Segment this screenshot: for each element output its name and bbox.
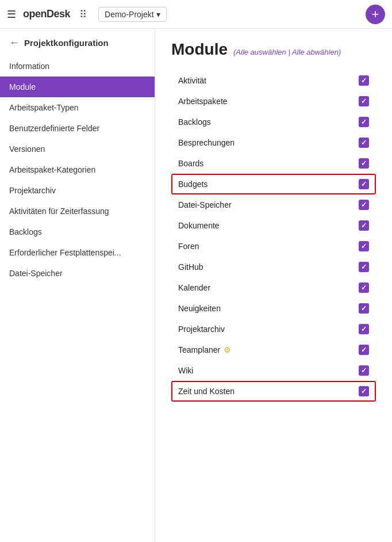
sidebar-item-datei-speicher[interactable]: Datei-Speicher xyxy=(0,263,155,284)
module-label-backlogs: Backlogs xyxy=(178,117,211,127)
module-row-kalender: Kalender xyxy=(171,277,376,298)
sidebar-back-label: Projektkonfiguration xyxy=(24,38,109,48)
page-title: Module xyxy=(171,40,228,59)
module-checkbox-zeit-und-kosten[interactable] xyxy=(359,386,369,396)
module-row-boards: Boards xyxy=(171,153,376,174)
module-row-datei-speicher: Datei-Speicher xyxy=(171,194,376,215)
dropdown-icon: ▾ xyxy=(156,10,160,19)
module-label-dokumente: Dokumente xyxy=(178,221,220,230)
module-row-dokumente: Dokumente xyxy=(171,215,376,236)
module-checkbox-datei-speicher[interactable] xyxy=(359,200,369,210)
module-checkbox-kalender[interactable] xyxy=(359,283,369,293)
select-all-link[interactable]: Alle auswählen xyxy=(236,48,286,56)
module-checkbox-projektarchiv[interactable] xyxy=(359,324,369,334)
module-label-foren: Foren xyxy=(178,242,199,251)
sidebar-item-aktivitaeten[interactable]: Aktivitäten für Zeiterfassung xyxy=(0,201,155,222)
deselect-all-link[interactable]: Alle abwählen xyxy=(292,48,339,56)
module-row-wiki: Wiki xyxy=(171,360,376,381)
header: ☰ openDesk ⠿ Demo-Projekt ▾ + xyxy=(0,0,392,29)
module-row-projektarchiv: Projektarchiv xyxy=(171,319,376,339)
sidebar-item-festplattenspeicher[interactable]: Erforderlicher Festplattenspei... xyxy=(0,242,155,263)
sidebar-back[interactable]: ← Projektkonfiguration xyxy=(0,29,155,56)
module-row-neuigkeiten: Neuigkeiten xyxy=(171,298,376,319)
module-checkbox-foren[interactable] xyxy=(359,241,369,251)
module-label-neuigkeiten: Neuigkeiten xyxy=(178,304,221,313)
module-row-arbeitspakete: Arbeitspakete xyxy=(171,91,376,112)
module-label-datei-speicher: Datei-Speicher xyxy=(178,200,232,209)
module-row-aktivitaet: Aktivität xyxy=(171,70,376,91)
module-label-zeit-und-kosten: Zeit und Kosten xyxy=(178,387,235,396)
module-list: AktivitätArbeitspaketeBacklogsBesprechun… xyxy=(171,70,376,402)
module-checkbox-boards[interactable] xyxy=(359,158,369,169)
content-area: Module (Alle auswählen | Alle abwählen) … xyxy=(155,29,392,542)
module-checkbox-besprechungen[interactable] xyxy=(359,138,369,148)
add-button[interactable]: + xyxy=(366,5,385,24)
sidebar-item-versionen[interactable]: Versionen xyxy=(0,139,155,159)
module-label-github: GitHub xyxy=(178,262,203,272)
module-row-teamplaner: Teamplaner⚙ xyxy=(171,339,376,360)
premium-icon: ⚙ xyxy=(224,345,231,354)
module-label-projektarchiv: Projektarchiv xyxy=(178,325,225,334)
module-row-backlogs: Backlogs xyxy=(171,112,376,132)
module-row-foren: Foren xyxy=(171,236,376,257)
module-checkbox-backlogs[interactable] xyxy=(359,117,369,127)
module-checkbox-budgets[interactable] xyxy=(359,179,369,189)
grid-icon[interactable]: ⠿ xyxy=(79,8,87,21)
sidebar-item-arbeitspaket-typen[interactable]: Arbeitspaket-Typen xyxy=(0,97,155,118)
sidebar-item-module[interactable]: Module xyxy=(0,77,155,97)
module-row-github: GitHub xyxy=(171,257,376,277)
module-label-budgets: Budgets xyxy=(178,180,207,189)
sidebar-item-benutzerdefinierte-felder[interactable]: Benutzerdefinierte Felder xyxy=(0,118,155,139)
sidebar-item-projektarchiv[interactable]: Projektarchiv xyxy=(0,180,155,201)
sidebar-item-information[interactable]: Information xyxy=(0,56,155,77)
menu-icon[interactable]: ☰ xyxy=(7,8,16,21)
module-label-boards: Boards xyxy=(178,159,203,168)
module-checkbox-arbeitspakete[interactable] xyxy=(359,96,369,106)
module-checkbox-wiki[interactable] xyxy=(359,365,369,376)
module-label-teamplaner: Teamplaner⚙ xyxy=(178,345,231,354)
module-checkbox-aktivitaet[interactable] xyxy=(359,75,369,86)
module-label-aktivitaet: Aktivität xyxy=(178,76,206,85)
module-label-kalender: Kalender xyxy=(178,283,210,292)
select-links: (Alle auswählen | Alle abwählen) xyxy=(233,48,341,56)
main-layout: ← Projektkonfiguration InformationModule… xyxy=(0,29,392,542)
module-checkbox-teamplaner[interactable] xyxy=(359,345,369,355)
project-name: Demo-Projekt xyxy=(105,10,154,19)
module-checkbox-neuigkeiten[interactable] xyxy=(359,303,369,314)
module-row-zeit-und-kosten: Zeit und Kosten xyxy=(171,381,376,402)
module-label-besprechungen: Besprechungen xyxy=(178,138,235,147)
module-row-budgets: Budgets xyxy=(171,174,376,194)
title-row: Module (Alle auswählen | Alle abwählen) xyxy=(171,40,376,59)
sidebar-item-backlogs[interactable]: Backlogs xyxy=(0,222,155,242)
project-selector[interactable]: Demo-Projekt ▾ xyxy=(98,7,167,22)
sidebar-item-arbeitspaket-kategorien[interactable]: Arbeitspaket-Kategorien xyxy=(0,159,155,180)
module-checkbox-dokumente[interactable] xyxy=(359,220,369,231)
module-label-arbeitspakete: Arbeitspakete xyxy=(178,97,228,106)
back-arrow-icon: ← xyxy=(9,37,20,49)
sidebar: ← Projektkonfiguration InformationModule… xyxy=(0,29,155,542)
module-row-besprechungen: Besprechungen xyxy=(171,132,376,153)
module-checkbox-github[interactable] xyxy=(359,262,369,272)
app-logo: openDesk xyxy=(23,8,70,20)
module-label-wiki: Wiki xyxy=(178,366,193,375)
